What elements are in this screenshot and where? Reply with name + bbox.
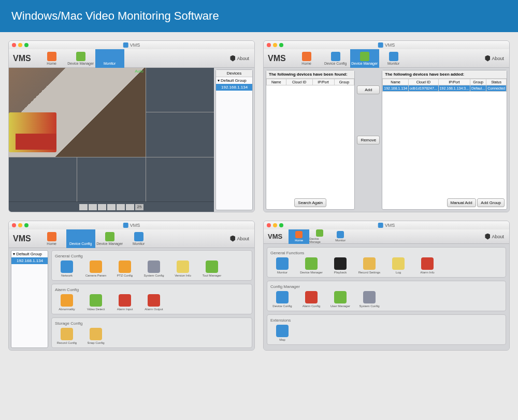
layout-9-icon[interactable]	[117, 204, 125, 210]
col-group[interactable]: Group	[334, 79, 354, 85]
ptz-config-item[interactable]: PTZ Config	[113, 260, 137, 277]
maximize-icon[interactable]	[24, 223, 28, 227]
nav-device-manage[interactable]: Device Manage	[309, 229, 330, 244]
home-icon	[302, 52, 311, 61]
camera-param-item[interactable]: Camera Param	[84, 260, 108, 277]
minimize-icon[interactable]	[273, 223, 277, 227]
system-config-item[interactable]: System Config	[142, 260, 166, 277]
video-detect-item[interactable]: Video Detect	[84, 294, 108, 311]
minimize-icon[interactable]	[273, 43, 277, 47]
titlebar: VMS	[264, 41, 509, 49]
col-ipport[interactable]: IP/Port	[312, 79, 334, 85]
col-cloudid[interactable]: Cloud ID	[286, 79, 312, 85]
nav-monitor[interactable]: Monitor	[124, 229, 153, 248]
about-button[interactable]: About	[485, 234, 504, 240]
about-button[interactable]: About	[230, 236, 249, 242]
layout-6-icon[interactable]	[98, 204, 106, 210]
added-table: Name Cloud ID IP/Port Group Status 192.1…	[382, 79, 507, 92]
playback-item[interactable]: Playback	[328, 257, 352, 274]
abnormality-item[interactable]: Abnormality	[55, 294, 79, 311]
alarm-icon	[421, 257, 434, 270]
video-cell-live[interactable]: Auto	[9, 68, 146, 157]
nav-monitor[interactable]: Monitor	[330, 229, 351, 244]
log-item[interactable]: Log	[386, 257, 410, 274]
alarm-output-item[interactable]: Alarm Output	[142, 294, 166, 311]
layout-1-icon[interactable]	[79, 204, 88, 210]
device-config-icon	[76, 232, 85, 241]
camera-icon	[90, 260, 102, 273]
tree-group[interactable]: ▾ Default Group	[11, 251, 48, 257]
video-cell[interactable]	[146, 68, 214, 112]
monitor-item[interactable]: Monitor	[270, 257, 294, 274]
video-cell[interactable]	[146, 157, 214, 201]
map-item[interactable]: Map	[270, 325, 294, 341]
layout-16-icon[interactable]	[126, 204, 134, 210]
user-manager-item[interactable]: User Manager	[328, 291, 352, 308]
video-cell[interactable]	[9, 157, 77, 201]
tree-device[interactable]: 192.168.1.134	[216, 84, 252, 91]
alarm-info-item[interactable]: Alarm Info	[415, 257, 439, 274]
nav-monitor[interactable]: Monitor	[95, 49, 124, 68]
tree-device[interactable]: 192.168.1.134	[11, 257, 48, 264]
col-status[interactable]: Status	[486, 79, 507, 85]
search-again-button[interactable]: Search Again	[294, 198, 326, 207]
col-name[interactable]: Name	[383, 79, 409, 85]
minimize-icon[interactable]	[18, 43, 22, 47]
window-title: VMS	[385, 223, 395, 228]
found-panel: The following devices have been found: N…	[266, 70, 355, 210]
system-config-item[interactable]: System Config	[357, 291, 381, 308]
manual-add-button[interactable]: Manual Add	[447, 198, 476, 207]
tree-group[interactable]: ▾Default Group	[216, 77, 252, 84]
video-cell[interactable]	[146, 112, 214, 156]
col-ipport[interactable]: IP/Port	[438, 79, 470, 85]
nav-home[interactable]: Home	[37, 229, 66, 248]
video-cell[interactable]	[77, 157, 145, 201]
config-manager-section: Config Manager Device Config Alarm Confi…	[267, 281, 506, 311]
close-icon[interactable]	[267, 43, 271, 47]
device-config-icon	[276, 291, 289, 303]
layout-4-icon[interactable]	[89, 204, 97, 210]
maximize-icon[interactable]	[24, 43, 28, 47]
nav-device-manager[interactable]: Device Manager	[350, 49, 379, 68]
warning-icon	[61, 294, 73, 307]
nav-device-config[interactable]: Device Config	[66, 229, 95, 248]
close-icon[interactable]	[12, 43, 16, 47]
table-row[interactable]: 192.168.1.134odb1d1978247...192.168.1.13…	[383, 85, 507, 92]
nav-monitor[interactable]: Monitor	[379, 49, 408, 68]
brand-label: VMS	[264, 54, 292, 63]
nav-device-manager[interactable]: Device Manager	[95, 229, 124, 248]
snap-config-item[interactable]: Snap Config	[84, 328, 108, 344]
remove-button[interactable]: Remove	[357, 136, 380, 144]
extensions-section: Extensions Map	[267, 314, 506, 345]
add-button[interactable]: Add	[357, 85, 380, 94]
close-icon[interactable]	[12, 223, 16, 227]
tool-icon	[206, 260, 218, 273]
tool-manager-item[interactable]: Tool Manager	[200, 260, 224, 277]
maximize-icon[interactable]	[279, 223, 283, 227]
network-item[interactable]: Network	[55, 260, 79, 277]
close-icon[interactable]	[267, 223, 271, 227]
col-name[interactable]: Name	[267, 79, 286, 85]
device-manager-item[interactable]: Device Manager	[299, 257, 323, 274]
layout-8-icon[interactable]	[107, 204, 116, 210]
add-group-button[interactable]: Add Group	[477, 198, 505, 207]
col-group[interactable]: Group	[470, 79, 486, 85]
nav-device-config[interactable]: Device Config	[321, 49, 350, 68]
nav-home[interactable]: Home	[37, 49, 66, 68]
col-cloudid[interactable]: Cloud ID	[409, 79, 439, 85]
record-settings-item[interactable]: Record Settings	[357, 257, 381, 274]
nav-home[interactable]: Home	[289, 229, 309, 244]
nav-device-manager[interactable]: Device Manager	[66, 49, 95, 68]
version-info-item[interactable]: Version Info	[171, 260, 195, 277]
about-button[interactable]: About	[230, 55, 249, 62]
home-icon	[47, 52, 56, 61]
device-config-item[interactable]: Device Config	[270, 291, 294, 308]
maximize-icon[interactable]	[279, 43, 283, 47]
layout-25-icon[interactable]: 25	[135, 204, 143, 210]
alarm-input-item[interactable]: Alarm Input	[113, 294, 137, 311]
alarm-config-item[interactable]: Alarm Config	[299, 291, 323, 308]
record-config-item[interactable]: Record Config	[55, 328, 79, 344]
minimize-icon[interactable]	[18, 223, 22, 227]
nav-home[interactable]: Home	[292, 49, 321, 68]
about-button[interactable]: About	[485, 55, 504, 62]
